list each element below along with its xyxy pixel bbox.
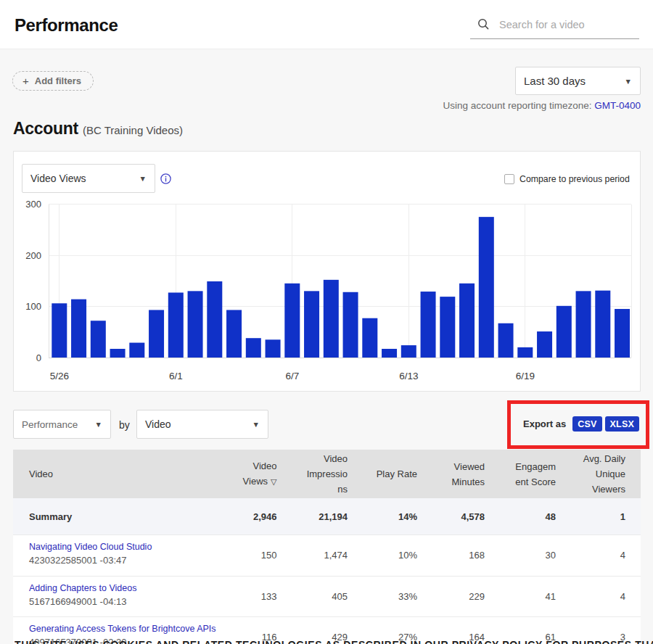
summary-value: 21,194 <box>277 498 348 534</box>
column-header-line: Video <box>252 458 276 474</box>
sort-descending-icon[interactable]: ▽ <box>271 477 276 486</box>
video-title-link[interactable]: Navigating Video Cloud Studio <box>29 541 152 553</box>
add-filters-button[interactable]: + Add filters <box>12 71 94 91</box>
top-bar: Performance <box>0 0 653 49</box>
video-id-duration: 4230322585001 -03:47 <box>29 554 126 566</box>
bar-6/17 <box>479 217 494 358</box>
table-cell-value: 4 <box>556 535 641 576</box>
bar-6/16 <box>459 284 475 358</box>
bar-6/2 <box>188 291 203 358</box>
table-cell-value: 33% <box>348 577 417 617</box>
y-axis-tick-label: 300 <box>25 199 41 210</box>
table-cell-value: 150 <box>231 535 277 576</box>
video-cell: Adding Chapters to Videos5167166949001 -… <box>13 577 231 617</box>
x-axis-tick-label: 5/26 <box>50 371 69 381</box>
info-icon[interactable] <box>160 173 171 184</box>
column-header-video-impressio-ns[interactable]: VideoImpressions <box>277 450 348 498</box>
metric-select[interactable]: Video Views ▼ <box>22 164 155 193</box>
bar-6/13 <box>401 345 416 358</box>
y-axis-tick-label: 100 <box>25 301 41 312</box>
video-title-link[interactable]: Adding Chapters to Videos <box>29 582 136 595</box>
add-filters-label: Add filters <box>35 75 81 86</box>
bar-6/15 <box>440 297 455 358</box>
performance-page: Performance + Add filters Last 30 days ▼… <box>0 0 653 644</box>
table-cell-value: 30 <box>485 535 556 576</box>
bar-5/30 <box>129 343 144 358</box>
x-axis-tick-label: 6/19 <box>516 371 535 381</box>
y-axis-tick-label: 0 <box>36 352 41 363</box>
column-header-video[interactable]: Video <box>13 450 231 498</box>
bar-6/18 <box>498 323 514 358</box>
summary-value: 2,946 <box>231 498 277 534</box>
compare-checkbox[interactable] <box>504 174 514 184</box>
column-header-video-views[interactable]: VideoViews▽ <box>231 450 277 498</box>
chart-card: 01002003005/266/16/76/136/19 Video Views… <box>13 151 641 392</box>
video-id-duration: 5167166949001 -04:13 <box>29 595 126 608</box>
summary-value: 14% <box>348 498 417 534</box>
column-header-line: Viewers <box>592 482 625 497</box>
bar-6/22 <box>576 291 591 358</box>
compare-label: Compare to previous period <box>519 174 630 184</box>
column-header-line: Video <box>29 466 53 482</box>
column-header-line: ns <box>337 482 348 497</box>
column-header-engagem-entscore[interactable]: Engagement Score <box>485 450 556 498</box>
bar-6/10 <box>343 292 358 358</box>
column-header-line: Impressio <box>307 466 348 482</box>
date-range-select[interactable]: Last 30 days ▼ <box>515 67 641 95</box>
chevron-down-icon: ▼ <box>139 174 147 183</box>
summary-value: 1 <box>556 498 641 534</box>
column-header-line: Engagem <box>515 459 556 474</box>
page-title: Performance <box>15 16 118 35</box>
timezone-link[interactable]: GMT-0400 <box>594 100 641 111</box>
bar-5/27 <box>71 300 86 358</box>
account-title: Account <box>13 119 78 139</box>
dimension-select[interactable]: Video ▼ <box>136 410 268 439</box>
metric-select-value: Video Views <box>22 173 86 184</box>
export-as-label: Export as <box>523 418 566 429</box>
chevron-down-icon: ▼ <box>252 420 260 429</box>
bar-6/8 <box>304 291 319 358</box>
table-cell-value: 41 <box>485 577 556 617</box>
clipped-banner-text: THIS SITE USES COOKIES AND RELATED TECHN… <box>15 640 653 644</box>
column-header-line: Minutes <box>451 474 485 490</box>
bar-5/29 <box>110 349 126 358</box>
account-heading: Account (BC Training Videos) <box>13 119 183 139</box>
search-box <box>470 12 639 39</box>
search-input[interactable] <box>499 15 636 35</box>
table-cell-value: 10% <box>348 535 417 576</box>
table-cell-value: 133 <box>231 577 277 617</box>
video-title-link[interactable]: Generating Access Tokens for Brightcove … <box>29 623 216 635</box>
chevron-down-icon: ▼ <box>95 420 102 429</box>
bar-6/9 <box>324 280 339 358</box>
dimension-value: Video <box>137 418 171 430</box>
bar-5/26 <box>52 303 67 358</box>
compare-checkbox-group[interactable]: Compare to previous period <box>504 174 630 184</box>
bar-6/11 <box>362 318 377 358</box>
video-cell: Navigating Video Cloud Studio42303225850… <box>13 535 231 576</box>
table-row: Adding Chapters to Videos5167166949001 -… <box>13 576 641 617</box>
bar-6/19 <box>517 347 533 358</box>
bar-6/4 <box>226 310 242 358</box>
bar-6/1 <box>168 292 184 358</box>
bar-5/31 <box>149 310 164 358</box>
bar-6/12 <box>382 349 397 358</box>
clipped-bottom-banner: THIS SITE USES COOKIES AND RELATED TECHN… <box>15 639 653 644</box>
column-header-avgdaily-unique-viewers[interactable]: Avg. DailyUniqueViewers <box>556 450 641 498</box>
column-header-line: Views▽ <box>243 474 277 490</box>
export-csv-button[interactable]: CSV <box>572 416 601 432</box>
bar-6/23 <box>595 291 610 358</box>
timezone-prefix: Using account reporting timezone: <box>443 100 595 111</box>
by-label: by <box>119 419 130 431</box>
table-cell-value: 405 <box>277 577 348 617</box>
bar-6/6 <box>266 339 281 358</box>
export-group: Export as CSV XLSX <box>523 416 639 432</box>
export-xlsx-button[interactable]: XLSX <box>605 416 639 432</box>
column-header-playrate[interactable]: Play Rate <box>348 450 417 498</box>
column-header-line: Video <box>324 451 348 466</box>
report-type-select[interactable]: Performance ▼ <box>13 410 111 439</box>
column-header-viewed-minutes[interactable]: ViewedMinutes <box>417 450 485 498</box>
date-range-value: Last 30 days <box>516 75 586 87</box>
plus-icon: + <box>22 75 29 86</box>
column-header-line: Unique <box>596 466 625 482</box>
table-cell-value: 229 <box>417 577 485 617</box>
